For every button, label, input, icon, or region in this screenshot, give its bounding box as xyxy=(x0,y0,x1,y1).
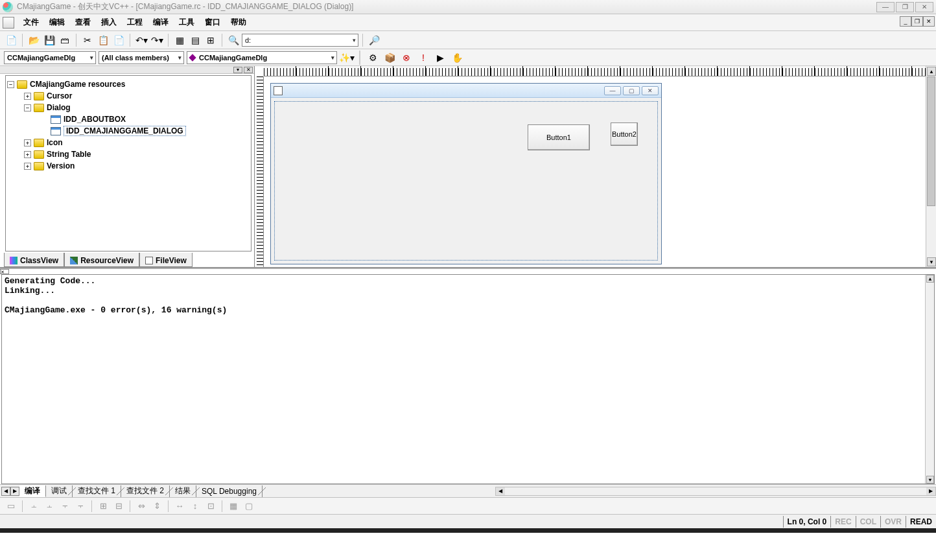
menu-window[interactable]: 窗口 xyxy=(200,15,226,30)
align-top-icon[interactable]: ⫟ xyxy=(58,500,72,513)
tab-scroll-left[interactable]: ◀ xyxy=(1,487,10,496)
output-tab-results[interactable]: 结果 xyxy=(170,485,196,497)
menu-bar: 文件 编辑 查看 插入 工程 编译 工具 窗口 帮助 _ ❐ ✕ xyxy=(0,14,936,31)
tree-dlg-main[interactable]: IDD_CMAJIANGGAME_DIALOG xyxy=(7,125,250,137)
designer-vscrollbar[interactable]: ▲ ▼ xyxy=(926,66,936,267)
stop-build-icon[interactable]: ⊗ xyxy=(399,51,414,65)
tab-classview[interactable]: ClassView xyxy=(4,253,64,267)
tab-fileview[interactable]: FileView xyxy=(139,253,193,267)
mdi-minimize-button[interactable]: _ xyxy=(900,16,911,27)
minimize-button[interactable]: — xyxy=(876,2,895,12)
find-in-files-icon[interactable]: 🔎 xyxy=(367,33,381,47)
menu-view[interactable]: 查看 xyxy=(70,15,96,30)
menu-file[interactable]: 文件 xyxy=(18,15,44,30)
toggle-grid-icon[interactable]: ▦ xyxy=(226,500,240,513)
tree-cursor[interactable]: +Cursor xyxy=(7,90,250,102)
align-bottom-icon[interactable]: ⫟ xyxy=(73,500,88,513)
toggle-guides-icon[interactable]: ▢ xyxy=(242,500,256,513)
menu-insert[interactable]: 插入 xyxy=(96,15,122,30)
scroll-down-icon[interactable]: ▼ xyxy=(926,476,934,484)
output-tab-compile[interactable]: 编译 xyxy=(19,485,46,497)
dialog-min-button[interactable]: — xyxy=(604,86,621,95)
compile-icon[interactable]: 📦 xyxy=(382,51,397,65)
dialog-designer: — ▢ ✕ Button1 Button2 ▲ ▼ xyxy=(255,66,936,267)
save-all-icon[interactable]: 🗃 xyxy=(58,33,72,47)
space-across-icon[interactable]: ⇔ xyxy=(134,500,148,513)
dialog-close-button[interactable]: ✕ xyxy=(642,86,659,95)
members-combo[interactable]: (All class members) xyxy=(99,51,184,64)
tree-dialog[interactable]: −Dialog xyxy=(7,102,250,113)
menu-help[interactable]: 帮助 xyxy=(226,15,252,30)
dialog-preview[interactable]: — ▢ ✕ Button1 Button2 xyxy=(270,83,662,264)
designer-button1[interactable]: Button1 xyxy=(528,124,590,150)
redo-icon[interactable]: ↷▾ xyxy=(150,33,164,47)
output-icon[interactable]: ▤ xyxy=(188,33,202,47)
dialog-titlebar[interactable]: — ▢ ✕ xyxy=(271,84,661,98)
wand-icon[interactable]: ✨▾ xyxy=(340,51,354,65)
space-down-icon[interactable]: ⇕ xyxy=(150,500,164,513)
output-tab-sql[interactable]: SQL Debugging xyxy=(196,485,263,497)
workspace-icon[interactable]: ▦ xyxy=(172,33,187,47)
align-right-icon[interactable]: ⫠ xyxy=(42,500,56,513)
tab-scroll-right[interactable]: ▶ xyxy=(10,487,19,496)
class-combo[interactable]: CCMajiangGameDlg xyxy=(4,51,96,64)
go-icon[interactable]: ▶ xyxy=(433,51,447,65)
execute-icon[interactable]: ! xyxy=(416,51,430,65)
same-height-icon[interactable]: ↕ xyxy=(188,500,202,513)
cut-icon[interactable]: ✂ xyxy=(80,33,95,47)
close-button[interactable]: ✕ xyxy=(915,2,933,12)
scroll-thumb[interactable] xyxy=(927,76,935,206)
scroll-right-icon[interactable]: ▶ xyxy=(926,487,935,495)
tree-version[interactable]: +Version xyxy=(7,160,250,172)
dialog-max-button[interactable]: ▢ xyxy=(623,86,640,95)
output-hscrollbar[interactable]: ◀ ▶ xyxy=(495,487,936,496)
windows-icon[interactable]: ⊞ xyxy=(204,33,218,47)
tree-root[interactable]: −CMajiangGame resources xyxy=(7,78,250,90)
output-textarea[interactable]: Generating Code... Linking... CMajiangGa… xyxy=(1,274,935,484)
tree-stringtable[interactable]: +String Table xyxy=(7,148,250,160)
scroll-up-icon[interactable]: ▲ xyxy=(927,67,936,76)
tree-icon[interactable]: +Icon xyxy=(7,137,250,148)
breakpoint-icon[interactable]: ✋ xyxy=(450,51,464,65)
new-file-icon[interactable]: 📄 xyxy=(4,33,18,47)
dialog-icon xyxy=(51,127,61,135)
dialog-client-area[interactable]: Button1 Button2 xyxy=(274,101,658,261)
mdi-icon[interactable] xyxy=(3,17,14,29)
scroll-left-icon[interactable]: ◀ xyxy=(496,487,505,495)
align-left-icon[interactable]: ⫠ xyxy=(27,500,41,513)
build-icon[interactable]: ⚙ xyxy=(366,51,380,65)
scroll-down-icon[interactable]: ▼ xyxy=(927,257,936,266)
resource-tree[interactable]: −CMajiangGame resources +Cursor −Dialog … xyxy=(5,75,252,251)
tree-dlg-about[interactable]: IDD_ABOUTBOX xyxy=(7,113,250,125)
menu-build[interactable]: 编译 xyxy=(148,15,174,30)
output-tab-debug[interactable]: 调试 xyxy=(46,485,73,497)
save-icon[interactable]: 💾 xyxy=(42,33,56,47)
test-dialog-icon[interactable]: ▭ xyxy=(4,500,18,513)
paste-icon[interactable]: 📄 xyxy=(111,33,126,47)
undo-icon[interactable]: ↶▾ xyxy=(134,33,148,47)
output-tab-find1[interactable]: 查找文件 1 xyxy=(73,485,121,497)
menu-edit[interactable]: 编辑 xyxy=(44,15,70,30)
panel-close-button[interactable]: ✕ xyxy=(244,67,253,73)
mdi-close-button[interactable]: ✕ xyxy=(923,16,935,27)
output-vscrollbar[interactable]: ▲ ▼ xyxy=(925,275,934,484)
same-width-icon[interactable]: ↔ xyxy=(172,500,187,513)
menu-project[interactable]: 工程 xyxy=(122,15,148,30)
designer-button2[interactable]: Button2 xyxy=(611,122,638,146)
output-close-button[interactable]: ✕ xyxy=(0,269,9,274)
find-combo[interactable]: d: xyxy=(242,34,358,47)
menu-tools[interactable]: 工具 xyxy=(174,15,200,30)
copy-icon[interactable]: 📋 xyxy=(96,33,110,47)
maximize-button[interactable]: ❐ xyxy=(896,2,914,12)
tab-resourceview[interactable]: ResourceView xyxy=(64,253,139,267)
same-size-icon[interactable]: ⊡ xyxy=(204,500,218,513)
scroll-up-icon[interactable]: ▲ xyxy=(926,275,934,283)
output-tab-find2[interactable]: 查找文件 2 xyxy=(121,485,170,497)
mdi-restore-button[interactable]: ❐ xyxy=(911,16,923,27)
find-icon[interactable]: 🔍 xyxy=(226,33,240,47)
center-vert-icon[interactable]: ⊞ xyxy=(96,500,110,513)
function-combo[interactable]: CCMajiangGameDlg xyxy=(187,51,337,64)
panel-dock-button[interactable]: ▾ xyxy=(233,67,242,73)
open-icon[interactable]: 📂 xyxy=(27,33,41,47)
center-horiz-icon[interactable]: ⊟ xyxy=(111,500,126,513)
